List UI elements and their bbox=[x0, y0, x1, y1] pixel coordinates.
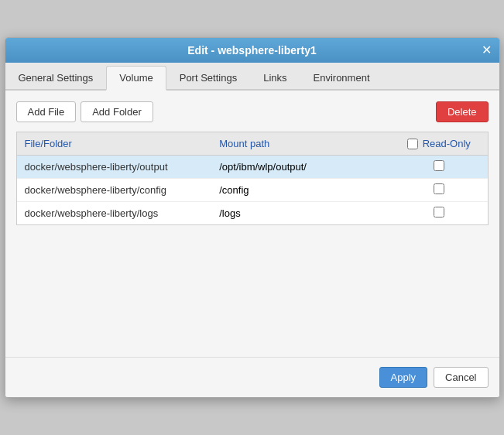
col-header-read-only: Read-Only bbox=[390, 132, 487, 156]
tab-general-settings[interactable]: General Settings bbox=[5, 66, 107, 91]
volume-table: File/Folder Mount path Read-Only bbox=[17, 132, 488, 224]
tab-bar: General Settings Volume Port Settings Li… bbox=[5, 63, 499, 91]
toolbar: Add File Add Folder Delete bbox=[16, 101, 489, 122]
col-header-mount-path: Mount path bbox=[211, 132, 390, 156]
file-folder-cell: docker/websphere-liberty/output bbox=[17, 156, 212, 179]
table-row[interactable]: docker/websphere-liberty/output bbox=[17, 156, 488, 179]
read-only-cell[interactable] bbox=[390, 156, 487, 179]
edit-dialog: Edit - websphere-liberty1 ✕ General Sett… bbox=[5, 37, 500, 398]
file-folder-cell: docker/websphere-liberty/config bbox=[17, 179, 212, 202]
read-only-checkbox[interactable] bbox=[434, 207, 444, 218]
title-bar: Edit - websphere-liberty1 ✕ bbox=[5, 38, 499, 63]
col-header-file-folder: File/Folder bbox=[17, 132, 212, 156]
mount-path-input[interactable] bbox=[211, 203, 390, 224]
tab-volume[interactable]: Volume bbox=[106, 66, 166, 91]
tab-links[interactable]: Links bbox=[250, 66, 300, 91]
dialog-title: Edit - websphere-liberty1 bbox=[187, 44, 316, 57]
delete-button[interactable]: Delete bbox=[436, 101, 489, 122]
mount-path-cell[interactable] bbox=[211, 202, 390, 225]
table-row[interactable]: docker/websphere-liberty/logs bbox=[17, 202, 488, 225]
tab-content: Add File Add Folder Delete File/Folder M… bbox=[5, 91, 499, 233]
tab-environment[interactable]: Environment bbox=[300, 66, 383, 91]
mount-path-cell[interactable] bbox=[211, 179, 390, 202]
tab-port-settings[interactable]: Port Settings bbox=[166, 66, 250, 91]
read-only-cell[interactable] bbox=[390, 179, 487, 202]
add-folder-button[interactable]: Add Folder bbox=[81, 101, 153, 122]
table-row[interactable]: docker/websphere-liberty/config bbox=[17, 179, 488, 202]
mount-path-input[interactable] bbox=[211, 180, 390, 200]
add-file-button[interactable]: Add File bbox=[16, 101, 77, 122]
cancel-button[interactable]: Cancel bbox=[434, 367, 488, 388]
toolbar-left: Add File Add Folder bbox=[16, 101, 153, 122]
footer: Apply Cancel bbox=[5, 357, 499, 397]
mount-path-input[interactable] bbox=[211, 156, 390, 177]
file-folder-cell: docker/websphere-liberty/logs bbox=[17, 202, 212, 225]
volume-table-container: File/Folder Mount path Read-Only bbox=[16, 132, 489, 225]
read-only-cell[interactable] bbox=[390, 202, 487, 225]
apply-button[interactable]: Apply bbox=[379, 367, 428, 388]
read-only-header-checkbox[interactable] bbox=[407, 139, 418, 149]
read-only-checkbox[interactable] bbox=[434, 160, 444, 171]
read-only-checkbox[interactable] bbox=[434, 183, 444, 194]
close-button[interactable]: ✕ bbox=[482, 44, 492, 57]
mount-path-cell[interactable] bbox=[211, 156, 390, 179]
